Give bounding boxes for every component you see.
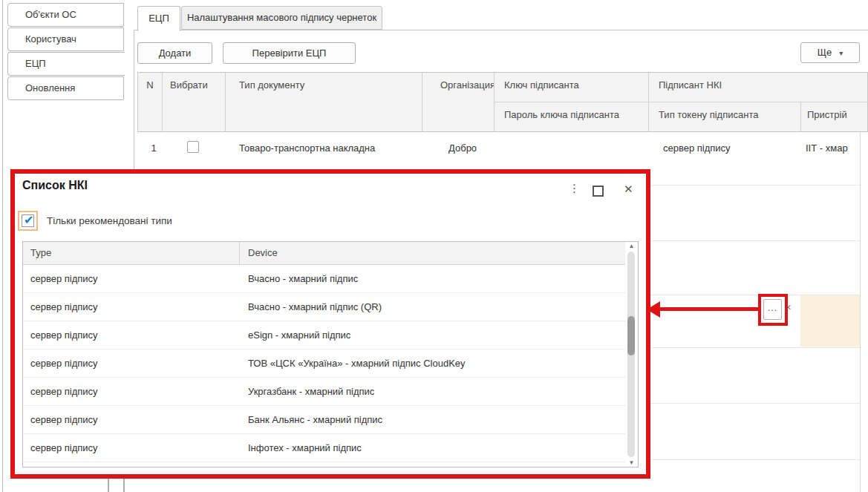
row-select-checkbox[interactable] bbox=[187, 141, 199, 153]
scrollbar-thumb[interactable] bbox=[627, 316, 635, 355]
device-cell: Вчасно - хмарний підпис (QR) bbox=[240, 301, 638, 312]
column-header-device: Пристрій bbox=[801, 102, 868, 131]
sidebar-item-user[interactable]: Користувач bbox=[7, 27, 124, 51]
token-type-cell[interactable]: сервер підпису bbox=[663, 141, 797, 156]
type-cell: сервер підпису bbox=[23, 358, 240, 369]
divider bbox=[123, 479, 125, 492]
column-header-device: Device bbox=[240, 242, 638, 264]
device-cell[interactable]: ІІТ - хмар bbox=[806, 141, 860, 156]
close-icon[interactable]: ✕ bbox=[624, 183, 633, 196]
list-item[interactable]: сервер підпису Інфотех - хмарний підпис bbox=[23, 434, 638, 462]
window-more-icon[interactable]: ⋮ bbox=[569, 182, 580, 195]
type-cell: сервер підпису bbox=[23, 329, 240, 341]
list-item[interactable]: сервер підпису Вчасно - хмарний підпис (… bbox=[23, 293, 638, 321]
column-header-key: Ключ підписанта bbox=[495, 73, 649, 102]
list-item[interactable]: сервер підпису Вчасно - хмарний підпис bbox=[23, 265, 638, 293]
annotation-arrow-head bbox=[647, 301, 660, 318]
recommended-types-checkbox[interactable]: ✔ bbox=[18, 211, 38, 231]
window-left-border bbox=[2, 0, 3, 492]
column-header-org: Організация bbox=[422, 73, 495, 131]
column-header-signer-nki: Підписант НКІ bbox=[649, 73, 868, 102]
dialog-title: Список НКІ bbox=[22, 179, 88, 192]
device-cell: Вчасно - хмарний підпис bbox=[240, 273, 638, 284]
tab-ecp[interactable]: ЕЦП bbox=[137, 6, 180, 31]
scrollbar[interactable]: ▲ ▼ bbox=[625, 242, 638, 467]
device-cell: Інфотех - хмарний підпис bbox=[240, 442, 638, 453]
table-right-border bbox=[860, 132, 861, 492]
type-cell: сервер підпису bbox=[23, 386, 240, 397]
scroll-up-icon[interactable]: ▲ bbox=[625, 243, 638, 249]
list-item[interactable]: сервер підпису Банк Альянс - хмарний під… bbox=[23, 406, 638, 434]
sidebar-item-objects-os[interactable]: Об'єкти ОС bbox=[7, 3, 124, 27]
org-cell[interactable]: Добро bbox=[448, 141, 508, 156]
nki-table-header: Type Device bbox=[23, 242, 638, 265]
device-cell: Банк Альянс - хмарний підпис bbox=[240, 414, 638, 425]
add-button[interactable]: Додати bbox=[137, 42, 212, 64]
column-header-doc-type: Тип документу bbox=[226, 73, 422, 131]
annotation-arrow-line bbox=[659, 307, 759, 311]
doc-type-cell[interactable]: Товаро-транспортна накладна bbox=[239, 141, 417, 156]
nki-table-body: сервер підпису Вчасно - хмарний підпис с… bbox=[23, 265, 638, 462]
column-header-type: Type bbox=[23, 242, 240, 264]
divider bbox=[108, 479, 109, 492]
more-button-label: Ще bbox=[818, 47, 832, 58]
device-cell: ТОВ «ЦСК «Україна» - хмарний підпис Clou… bbox=[240, 358, 638, 369]
type-cell: сервер підпису bbox=[23, 442, 240, 453]
more-button[interactable]: Ще▾ bbox=[800, 42, 860, 63]
column-header-token-type: Тип токену підписанта bbox=[649, 102, 801, 131]
list-item[interactable]: сервер підпису eSign - хмарний підпис bbox=[23, 321, 638, 350]
verify-ecp-button[interactable]: Перевірити ЕЦП bbox=[223, 42, 356, 64]
type-cell: сервер підпису bbox=[23, 273, 240, 284]
checkbox-box: ✔ bbox=[22, 214, 34, 227]
type-cell: сервер підпису bbox=[23, 414, 240, 425]
device-cell: Укргазбанк - хмарний підпис bbox=[240, 386, 638, 397]
maximize-icon[interactable] bbox=[593, 186, 604, 197]
panel-border bbox=[134, 30, 134, 169]
panel-border bbox=[134, 30, 868, 30]
nki-list-dialog: Список НКІ ⋮ ✕ ✔ Тільки рекомендовані ти… bbox=[10, 169, 650, 479]
nki-table: Type Device сервер підпису Вчасно - хмар… bbox=[22, 241, 639, 468]
type-cell: сервер підпису bbox=[23, 301, 240, 312]
sidebar-item-updates[interactable]: Оновлення bbox=[7, 76, 124, 100]
tab-mass-signing-settings[interactable]: Налаштування масового підпису чернеток bbox=[181, 6, 382, 30]
row-number: 1 bbox=[146, 141, 161, 156]
check-icon: ✔ bbox=[24, 213, 33, 227]
device-cell: eSign - хмарний підпис bbox=[240, 329, 638, 341]
column-header-key-password: Пароль ключа підписанта bbox=[495, 102, 649, 131]
list-item[interactable]: сервер підпису ТОВ «ЦСК «Україна» - хмар… bbox=[23, 350, 638, 378]
column-header-select: Вибрати bbox=[163, 73, 226, 131]
device-cell-editing[interactable] bbox=[800, 295, 860, 347]
chevron-down-icon: ▾ bbox=[839, 49, 843, 57]
list-item[interactable]: сервер підпису Укргазбанк - хмарний підп… bbox=[23, 378, 638, 406]
sidebar-item-ecp[interactable]: ЕЦП bbox=[7, 52, 125, 76]
column-header-n: N bbox=[138, 73, 163, 131]
annotation-box bbox=[758, 294, 788, 326]
recommended-types-label: Тільки рекомендовані типи bbox=[47, 215, 172, 226]
scroll-down-icon[interactable]: ▼ bbox=[625, 459, 638, 466]
table-header: N Вибрати Тип документу Організация Ключ… bbox=[137, 72, 868, 132]
